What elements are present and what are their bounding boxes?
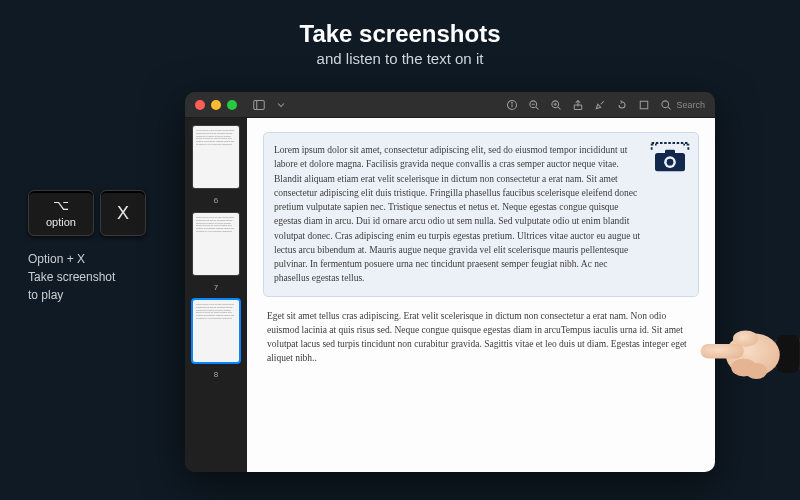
zoom-out-icon[interactable]	[528, 99, 540, 111]
key-x: X	[100, 190, 146, 236]
shortcut-block: ⌥ option X Option + X Take screenshot to…	[28, 190, 158, 304]
minimize-icon[interactable]	[211, 100, 221, 110]
svg-line-9	[558, 106, 561, 109]
hero-subtitle: and listen to the text on it	[0, 50, 800, 67]
search-icon[interactable]	[660, 99, 672, 111]
shortcut-caption-line3: to play	[28, 286, 158, 304]
page-thumbnail[interactable]: Lorem ipsum dolor sit amet consectetur a…	[193, 126, 239, 188]
sidebar-toggle-icon[interactable]	[253, 99, 265, 111]
svg-rect-17	[665, 150, 675, 155]
chevron-down-icon[interactable]	[275, 99, 287, 111]
svg-point-14	[662, 100, 669, 107]
info-icon[interactable]	[506, 99, 518, 111]
page-number: 7	[191, 283, 241, 292]
preview-window: Search Lorem ipsum dolor sit amet consec…	[185, 92, 715, 472]
pointing-hand-illustration	[696, 308, 800, 398]
option-glyph-icon: ⌥	[53, 198, 69, 213]
svg-line-15	[668, 106, 671, 109]
markup-icon[interactable]	[594, 99, 606, 111]
selected-text-block[interactable]: Lorem ipsum dolor sit amet, consectetur …	[263, 132, 699, 297]
key-option: ⌥ option	[28, 190, 94, 236]
window-titlebar: Search	[185, 92, 715, 118]
svg-point-25	[746, 363, 768, 379]
hero-title: Take screenshots	[0, 20, 800, 48]
svg-rect-13	[641, 101, 649, 109]
page-number: 6	[191, 196, 241, 205]
rotate-icon[interactable]	[616, 99, 628, 111]
shortcut-caption-line2: Take screenshot	[28, 268, 158, 286]
document-page: Lorem ipsum dolor sit amet, consectetur …	[247, 118, 715, 472]
svg-rect-23	[701, 344, 744, 358]
key-option-label: option	[46, 216, 76, 228]
svg-point-19	[667, 159, 674, 166]
zoom-in-icon[interactable]	[550, 99, 562, 111]
paragraph-1: Lorem ipsum dolor sit amet, consectetur …	[274, 145, 640, 283]
window-controls[interactable]	[195, 100, 237, 110]
zoom-icon[interactable]	[227, 100, 237, 110]
svg-rect-0	[254, 100, 265, 109]
svg-point-26	[733, 331, 758, 347]
svg-point-4	[512, 102, 513, 103]
paragraph-2: Eget sit amet tellus cras adipiscing. Er…	[263, 309, 699, 366]
crop-icon[interactable]	[638, 99, 650, 111]
page-number: 8	[191, 370, 241, 379]
page-thumbnail-active[interactable]: Lorem ipsum dolor sit amet consectetur a…	[193, 300, 239, 362]
svg-line-6	[536, 106, 539, 109]
screenshot-capture-icon[interactable]	[650, 141, 690, 175]
close-icon[interactable]	[195, 100, 205, 110]
thumbnail-sidebar[interactable]: Lorem ipsum dolor sit amet consectetur a…	[185, 118, 247, 472]
search-placeholder[interactable]: Search	[676, 100, 705, 110]
share-icon[interactable]	[572, 99, 584, 111]
page-thumbnail[interactable]: Lorem ipsum dolor sit amet consectetur a…	[193, 213, 239, 275]
shortcut-caption-line1: Option + X	[28, 250, 158, 268]
